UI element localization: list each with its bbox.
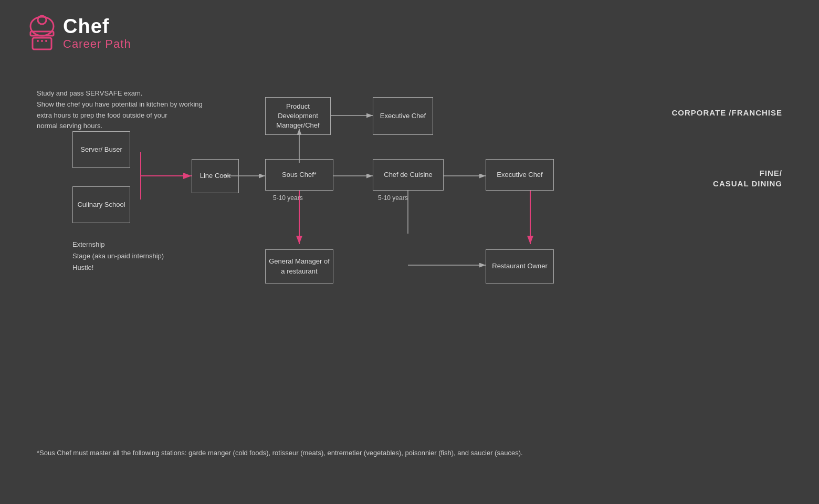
label-corporate: CORPORATE /FRANCHISE <box>671 108 782 118</box>
year-label-sous-chef: 5-10 years <box>273 194 303 202</box>
box-culinary-school: Culinary School <box>72 186 130 223</box>
svg-rect-3 <box>33 38 51 49</box>
externship-line1: Externship <box>72 239 164 250</box>
externship-text: Externship Stage (aka un-paid internship… <box>72 239 164 274</box>
box-server-buser: Server/ Buser <box>72 131 130 168</box>
box-restaurant-owner: Restaurant Owner <box>486 249 554 284</box>
box-line-cook: Line Cook <box>192 159 239 193</box>
diagram: Server/ Buser Culinary School Line Cook … <box>37 81 782 370</box>
logo-icon <box>26 15 58 51</box>
svg-point-4 <box>37 40 39 42</box>
svg-point-0 <box>30 17 54 36</box>
logo-career-label: Career Path <box>63 38 131 50</box>
svg-point-5 <box>41 40 43 42</box>
fine-dining-line1: FINE/ <box>713 168 782 178</box>
box-product-dev: Product Development Manager/Chef <box>265 97 331 135</box>
label-fine-dining: FINE/ CASUAL DINING <box>713 168 782 188</box>
logo-text: Chef Career Path <box>63 16 131 50</box>
header: Chef Career Path <box>26 15 131 51</box>
year-label-chef-de-cuisine: 5-10 years <box>378 194 408 202</box>
box-sous-chef: Sous Chef* <box>265 159 333 191</box>
box-executive-chef-mid: Executive Chef <box>486 159 554 191</box>
externship-line2: Stage (aka un-paid internship) <box>72 250 164 262</box>
svg-point-6 <box>45 40 47 42</box>
box-general-manager: General Manager of a restaurant <box>265 249 333 284</box>
logo-chef-label: Chef <box>63 16 131 38</box>
fine-dining-line2: CASUAL DINING <box>713 178 782 189</box>
footnote: *Sous Chef must master all the following… <box>37 449 523 457</box>
box-chef-de-cuisine: Chef de Cuisine <box>373 159 444 191</box>
box-executive-chef-top: Executive Chef <box>373 97 433 135</box>
externship-line3: Hustle! <box>72 262 164 274</box>
